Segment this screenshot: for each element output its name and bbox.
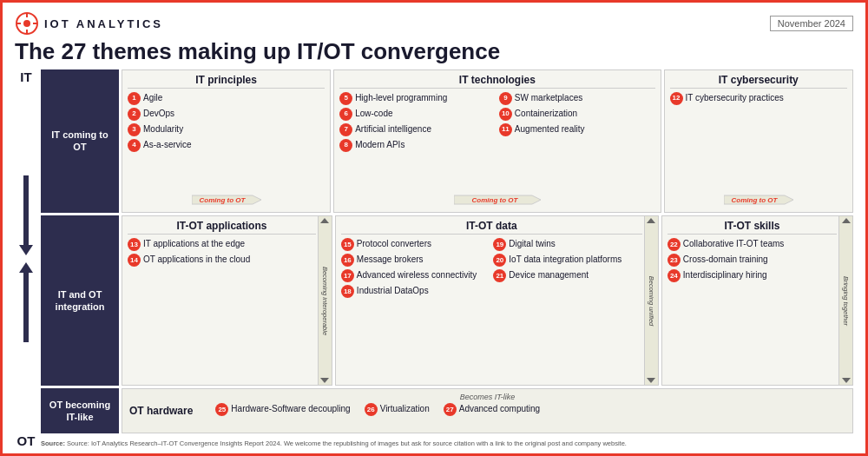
list-item: 27Advanced computing — [444, 403, 540, 416]
row-label-it-coming: IT coming to OT — [41, 69, 119, 214]
it-cybersecurity-header: IT cybersecurity — [670, 74, 847, 89]
it-technologies-header: IT technologies — [339, 74, 654, 89]
page-header: IOT ANALYTICS November 2024 — [15, 11, 853, 36]
cell-it-ot-data: IT-OT data 15Protocol converters 16Messa… — [335, 215, 659, 386]
bringing-together-label: Bringing together — [842, 276, 850, 326]
it-ot-skills-col1: 22Collaborative IT-OT teams 23Cross-doma… — [667, 238, 837, 285]
list-item: 22Collaborative IT-OT teams — [667, 238, 837, 251]
source-text: Source: IoT Analytics Research–IT-OT Con… — [67, 439, 627, 447]
it-ot-data-content: 15Protocol converters 16Message brokers … — [341, 238, 642, 301]
it-ot-data-col1: 15Protocol converters 16Message brokers … — [341, 238, 490, 301]
cell-it-cybersecurity: IT cybersecurity 12IT cybersecurity prac… — [664, 69, 853, 214]
list-item: 12IT cybersecurity practices — [670, 92, 847, 105]
it-technologies-content: 5High-level programming 6Low-code 7Artif… — [339, 92, 654, 155]
list-item: 7Artificial intelligence — [339, 123, 496, 136]
it-tech-col2: 9SW marketplaces 10Containerization 11Au… — [499, 92, 655, 155]
list-item: 14OT applications in the cloud — [128, 254, 316, 267]
list-item: 1Agile — [128, 92, 325, 105]
svg-text:Coming to OT: Coming to OT — [471, 196, 518, 204]
coming-to-ot-arrow-2: Coming to OT — [454, 194, 541, 206]
list-item: 9SW marketplaces — [499, 92, 655, 105]
bottom-content: Becomes IT-like OT hardware 25Hardware-S… — [122, 388, 853, 433]
list-item: 16Message brokers — [341, 254, 490, 267]
list-item: 15Protocol converters — [341, 238, 490, 251]
list-item: 24Interdisciplinary hiring — [667, 269, 837, 282]
ot-hardware-title: OT hardware — [129, 405, 193, 417]
cell-it-principles: IT principles 1Agile 2DevOps 3Modularity… — [122, 69, 331, 214]
content-area: IT coming to OT IT principles 1Agile 2De… — [41, 69, 853, 448]
it-ot-data-col2: 19Digital twins 20IoT data integration p… — [493, 238, 641, 301]
date-badge: November 2024 — [770, 16, 853, 31]
it-ot-apps-col1: 13IT applications at the edge 14OT appli… — [128, 238, 316, 269]
axis-left: IT OT — [15, 69, 37, 448]
list-item: 10Containerization — [499, 108, 655, 121]
diagram: IT OT IT coming to OT IT principles — [15, 69, 853, 448]
row-label-integration: IT and OT integration — [41, 215, 119, 386]
it-ot-data-header: IT-OT data — [341, 220, 642, 235]
page-title: The 27 themes making up IT/OT convergenc… — [15, 39, 853, 64]
it-cyber-col1: 12IT cybersecurity practices — [670, 92, 847, 108]
svg-text:Coming to OT: Coming to OT — [199, 196, 246, 204]
list-item: 5High-level programming — [339, 92, 496, 105]
it-principles-content: 1Agile 2DevOps 3Modularity 4As-a-service — [128, 92, 325, 155]
axis-ot-label: OT — [17, 433, 36, 448]
list-item: 19Digital twins — [493, 238, 641, 251]
it-principles-header: IT principles — [128, 74, 325, 89]
list-item: 18Industrial DataOps — [341, 285, 490, 298]
axis-it-label: IT — [20, 69, 31, 84]
bottom-items: OT hardware 25Hardware-Software decoupli… — [129, 403, 845, 419]
row-it-ot-integration: IT and OT integration IT-OT applications… — [41, 215, 853, 386]
logo-icon — [15, 11, 39, 36]
list-item: 17Advanced wireless connectivity — [341, 269, 490, 282]
cell-it-technologies: IT technologies 5High-level programming … — [333, 69, 661, 214]
row-it-coming-to-ot: IT coming to OT IT principles 1Agile 2De… — [41, 69, 853, 214]
it-cybersecurity-content: 12IT cybersecurity practices — [670, 92, 847, 108]
it-ot-skills-content: 22Collaborative IT-OT teams 23Cross-doma… — [667, 238, 837, 285]
source-footer: Source: Source: IoT Analytics Research–I… — [41, 439, 853, 448]
list-item: 23Cross-domain training — [667, 254, 837, 267]
svg-text:Coming to OT: Coming to OT — [731, 196, 778, 204]
bottom-row-label: OT becoming IT-like — [41, 388, 119, 433]
list-item: 3Modularity — [128, 123, 325, 136]
it-ot-apps-content: 13IT applications at the edge 14OT appli… — [128, 238, 316, 269]
row-ot-becoming: OT becoming IT-like Becomes IT-like OT h… — [41, 388, 853, 433]
list-item: 8Modern APIs — [339, 139, 496, 152]
list-item: 6Low-code — [339, 108, 496, 121]
becoming-interoperable-label: Becoming interoperable — [321, 267, 329, 335]
it-ot-apps-header: IT-OT applications — [128, 220, 316, 235]
cell-it-ot-skills: IT-OT skills 22Collaborative IT-OT teams… — [661, 215, 853, 386]
it-principles-col1: 1Agile 2DevOps 3Modularity 4As-a-service — [128, 92, 325, 155]
becoming-unified-label: Becoming unified — [648, 276, 655, 327]
svg-point-1 — [23, 20, 30, 27]
it-tech-col1: 5High-level programming 6Low-code 7Artif… — [339, 92, 496, 155]
becomes-label: Becomes IT-like — [129, 393, 845, 401]
logo: IOT ANALYTICS — [15, 11, 163, 36]
coming-to-ot-arrow-3: Coming to OT — [724, 194, 793, 206]
list-item: 21Device management — [493, 269, 641, 282]
coming-to-ot-arrow: Coming to OT — [192, 194, 261, 206]
list-item: 25Hardware-Software decoupling — [215, 403, 350, 416]
cell-it-ot-applications: IT-OT applications 13IT applications at … — [122, 215, 332, 386]
logo-text: IOT ANALYTICS — [44, 17, 163, 30]
list-item: 13IT applications at the edge — [128, 238, 316, 251]
list-item: 4As-a-service — [128, 139, 325, 152]
list-item: 20IoT data integration platforms — [493, 254, 641, 267]
list-item: 26Virtualization — [365, 403, 430, 416]
list-item: 2DevOps — [128, 108, 325, 121]
list-item: 11Augmented reality — [499, 123, 655, 136]
it-ot-skills-header: IT-OT skills — [667, 220, 837, 235]
